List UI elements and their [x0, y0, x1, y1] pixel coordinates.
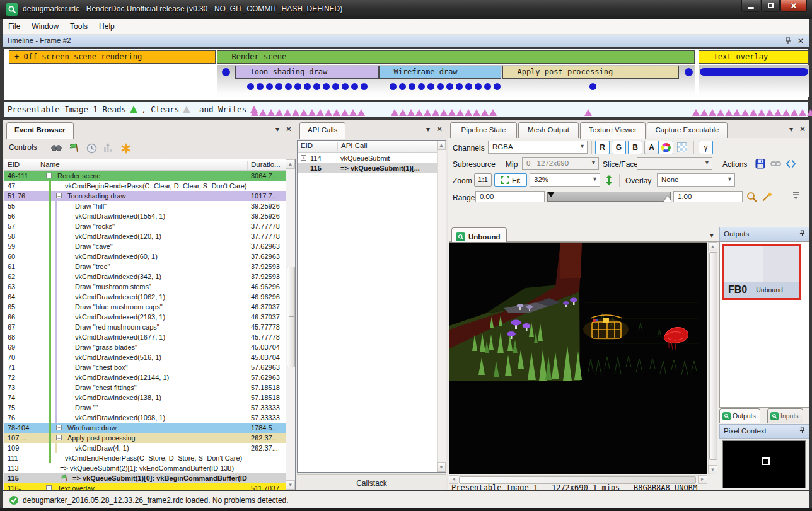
draw-event-dot[interactable]	[685, 68, 693, 76]
tree-expander-icon[interactable]: –	[56, 193, 62, 198]
draw-event-dot[interactable]	[409, 83, 415, 90]
draw-event-dot[interactable]	[475, 83, 482, 90]
timeline-marker-apply-post-processing[interactable]: - Apply post processing	[502, 66, 679, 79]
write-usage-triangle[interactable]	[276, 109, 283, 116]
table-row[interactable]: 111vkCmdEndRenderPass(C=Store, D=Store, …	[4, 453, 286, 463]
channels-select[interactable]: RGBA▼	[488, 141, 588, 154]
table-row[interactable]: 58vkCmdDrawIndexed(120, 1)37.77778	[4, 231, 286, 241]
draw-event-dot[interactable]	[494, 83, 501, 90]
table-row[interactable]: 78-104+Wireframe draw1784.5...	[4, 423, 286, 433]
table-row[interactable]: 67Draw "red mushroom caps"45.77778	[4, 322, 286, 332]
draw-event-dot[interactable]	[484, 83, 491, 90]
open-resource-button[interactable]	[783, 157, 798, 171]
timeline-marker-text-overlay[interactable]: - Text overlay	[699, 50, 809, 64]
timeline[interactable]: + Off-screen scene rendering- Render sce…	[4, 48, 809, 100]
scroll-down-icon[interactable]: ▼	[708, 465, 717, 474]
callstack-section[interactable]: Callstack	[297, 474, 446, 490]
table-row[interactable]: 56vkCmdDrawIndexed(1554, 1)39.25926	[4, 211, 286, 221]
write-usage-triangle[interactable]	[440, 109, 448, 116]
scroll-right-icon[interactable]: ►	[698, 475, 707, 484]
scroll-up-icon[interactable]: ▲	[437, 141, 446, 150]
maximize-button[interactable]	[761, 0, 780, 12]
write-usage-triangle[interactable]	[807, 109, 812, 116]
table-row[interactable]: 57Draw "rocks"37.77778	[4, 221, 286, 231]
table-row[interactable]: 75Draw ""57.33333	[4, 403, 286, 413]
tab-mesh-output[interactable]: Mesh Output	[518, 122, 579, 138]
write-usage-triangle[interactable]	[717, 109, 724, 116]
write-usage-triangle[interactable]	[758, 109, 765, 116]
minimize-button[interactable]	[741, 0, 760, 12]
draw-event-dot[interactable]	[351, 83, 358, 90]
write-usage-triangle[interactable]	[456, 109, 464, 116]
table-row[interactable]: 70vkCmdDrawIndexed(516, 1)45.03704	[4, 352, 286, 362]
column-duration[interactable]: Duratio...	[248, 161, 286, 170]
draw-event-dot[interactable]	[294, 83, 301, 90]
range-min-input[interactable]: 0.00	[475, 191, 545, 202]
channel-b-button[interactable]: B	[628, 141, 642, 154]
scrollbar-thumb[interactable]	[709, 252, 717, 460]
bookmark-icon[interactable]	[119, 141, 132, 155]
write-usage-triangle[interactable]	[473, 109, 480, 116]
write-usage-triangle[interactable]	[766, 109, 774, 116]
draw-event-dot[interactable]	[323, 83, 330, 90]
draw-event-dot[interactable]	[332, 83, 339, 90]
scroll-up-icon[interactable]: ▲	[708, 242, 717, 251]
table-row[interactable]: 116-...+Text overlay511.7037	[4, 483, 286, 490]
table-row[interactable]: 109vkCmdDraw(4, 1)262.37...	[4, 443, 286, 453]
write-usage-triangle[interactable]	[391, 109, 398, 116]
draw-event-dot[interactable]	[313, 83, 320, 90]
table-row[interactable]: 69Draw "grass blades"45.03704	[4, 342, 286, 352]
draw-event-dot[interactable]	[304, 83, 311, 90]
tree-expander-icon[interactable]: –	[56, 435, 62, 440]
tab-inputs[interactable]: Inputs	[767, 408, 803, 423]
timeline-marker-wireframe-draw[interactable]: - Wireframe draw	[379, 66, 501, 79]
table-row[interactable]: 66vkCmdDrawIndexed(2193, 1)46.37037	[4, 312, 286, 322]
draw-event-dot[interactable]	[437, 83, 444, 90]
zoom-1to1-button[interactable]: 1:1	[474, 173, 492, 187]
texture-hscrollbar[interactable]: ◄ ►	[449, 475, 707, 484]
table-row[interactable]: 76vkCmdDrawIndexed(1098, 1)57.33333	[4, 413, 286, 423]
draw-event-dot[interactable]	[465, 83, 472, 90]
channel-a-button[interactable]: A	[644, 141, 659, 154]
draw-event-dot[interactable]	[446, 83, 453, 90]
close-button[interactable]: ✕	[780, 0, 807, 12]
menu-item-file[interactable]: File	[3, 19, 26, 33]
write-usage-triangle[interactable]	[774, 109, 782, 116]
mip-select[interactable]: 0 - 1272x690▼	[522, 157, 599, 170]
table-row[interactable]: 107-...–Apply post processing262.37...	[4, 433, 286, 443]
open-link-button[interactable]	[768, 157, 783, 171]
table-row[interactable]: 68vkCmdDrawIndexed(1677, 1)45.77778	[4, 332, 286, 342]
draw-event-dot[interactable]	[418, 83, 425, 90]
tab-texture-viewer[interactable]: Texture Viewer	[580, 122, 646, 139]
table-row[interactable]: 59Draw "cave"37.62963	[4, 241, 286, 251]
write-usage-triangle[interactable]	[791, 109, 798, 116]
table-row[interactable]: 115=> vkQueueSubmit(1)[...	[298, 163, 437, 173]
draw-event-dot[interactable]	[399, 83, 406, 90]
texture-vscrollbar[interactable]: ▲ ▼	[708, 242, 717, 474]
scroll-up-icon[interactable]: ▲	[286, 159, 295, 169]
write-usage-triangle[interactable]	[489, 109, 497, 116]
draw-event-dot[interactable]	[390, 83, 397, 90]
draw-events-capsule[interactable]	[700, 68, 808, 76]
table-row[interactable]: 55Draw "hill"39.25926	[4, 201, 286, 211]
tab-unbound-texture[interactable]: Unbound	[451, 227, 507, 243]
write-usage-triangle[interactable]	[692, 109, 700, 116]
tree-expander-icon[interactable]: –	[46, 173, 52, 178]
draw-event-dot[interactable]	[247, 83, 254, 90]
time-durations-icon[interactable]	[84, 141, 98, 155]
timeline-marker-toon-shading-draw[interactable]: - Toon shading draw	[235, 66, 379, 79]
write-usage-triangle[interactable]	[267, 109, 275, 116]
write-usage-triangle[interactable]	[341, 109, 349, 116]
write-usage-triangle[interactable]	[251, 109, 258, 116]
panel-close-icon[interactable]: ✕	[286, 125, 292, 134]
table-row[interactable]: 64vkCmdDrawIndexed(1062, 1)46.96296	[4, 292, 286, 302]
write-usage-triangle[interactable]	[292, 109, 299, 116]
menu-item-window[interactable]: Window	[26, 19, 64, 33]
zoom-fit-button[interactable]: Fit	[494, 173, 527, 187]
autofit-range-button[interactable]	[744, 190, 759, 204]
draw-event-dot[interactable]	[222, 68, 230, 76]
table-row[interactable]: 63Draw "mushroom stems"46.96296	[4, 282, 286, 292]
menu-item-help[interactable]: Help	[93, 19, 120, 33]
tab-outputs[interactable]: Outputs	[719, 408, 760, 423]
write-usage-triangle[interactable]	[432, 109, 439, 116]
